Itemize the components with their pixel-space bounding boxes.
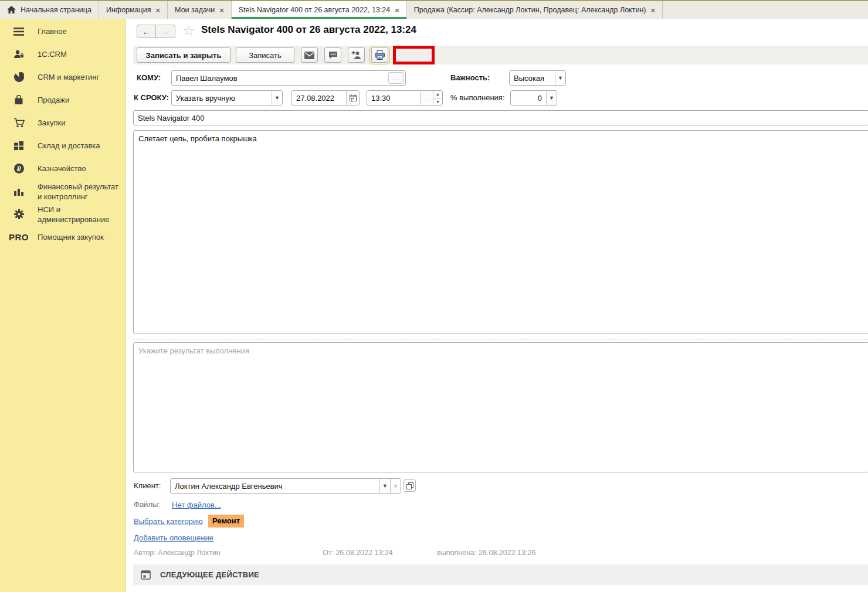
open-form-icon (406, 482, 413, 489)
sidebar-item-treasury[interactable]: ₽ Казначейство (0, 157, 126, 180)
from-value: 26.08.2022 13:24 (335, 549, 392, 557)
cart-icon (0, 118, 38, 128)
select-ellipsis-icon[interactable]: ... (420, 91, 433, 105)
main-sidebar: Главное 1С:CRM CRM и маркетинг Продажи З… (0, 19, 126, 592)
tab-home[interactable]: Начальная страница (0, 1, 99, 19)
result-textarea[interactable] (133, 342, 868, 472)
sidebar-item-label: Продажи (38, 95, 126, 105)
warehouse-grid-icon (0, 141, 38, 150)
importance-input[interactable] (510, 71, 555, 85)
client-input[interactable] (171, 479, 379, 493)
sidebar-item-label: CRM и маркетинг (38, 72, 126, 82)
bar-chart-icon (0, 187, 38, 196)
tab-label: Stels Navigator 400 от 26 августа 2022, … (239, 6, 390, 14)
due-time-input[interactable] (367, 91, 420, 105)
author-value: Александр Локтин (158, 549, 220, 557)
chevron-down-icon[interactable]: ▼ (555, 71, 565, 85)
to-label: КОМУ: (137, 70, 161, 86)
sidebar-item-nsi-administration[interactable]: НСИ и администрирование (0, 203, 126, 226)
sidebar-item-purchase-assistant[interactable]: PRO Помощник закупок (0, 226, 126, 249)
sidebar-item-label: Склад и доставка (38, 141, 126, 151)
chevron-down-icon[interactable]: ▼ (379, 479, 390, 493)
open-client-button[interactable] (404, 479, 416, 492)
tab-sale[interactable]: Продажа (Кассир: Александр Локтин, Прода… (407, 1, 663, 19)
client-field: ▼ × (170, 478, 401, 494)
percent-input[interactable] (511, 91, 546, 105)
close-icon[interactable]: × (651, 6, 656, 14)
completed-value: 26.08.2022 13:26 (479, 549, 535, 557)
select-ellipsis-icon[interactable]: ... (388, 72, 404, 84)
close-icon[interactable]: × (156, 6, 161, 14)
importance-label: Важность: (450, 70, 490, 86)
percent-label: % выполнения: (450, 90, 505, 106)
print-button[interactable] (371, 47, 388, 63)
print-icon (375, 50, 385, 60)
clear-icon[interactable]: × (390, 479, 401, 493)
add-participant-button[interactable] (348, 47, 365, 63)
splitter-handle[interactable] (133, 339, 868, 339)
client-label: Клиент: (134, 478, 161, 494)
due-mode-field: ▼ (171, 90, 283, 106)
sidebar-item-crm-marketing[interactable]: CRM и маркетинг (0, 66, 126, 89)
due-date-input[interactable] (292, 91, 346, 105)
sidebar-item-warehouse[interactable]: Склад и доставка (0, 134, 126, 157)
ruble-icon: ₽ (0, 164, 38, 173)
author-label: Автор: (134, 549, 156, 557)
sidebar-item-financial-result[interactable]: Финансовый результат и контроллинг (0, 180, 126, 203)
no-files-link[interactable]: Нет файлов... (172, 501, 221, 509)
tab-stels-navigator-task[interactable]: Stels Navigator 400 от 26 августа 2022, … (232, 1, 407, 19)
save-and-close-button[interactable]: Записать и закрыть (137, 47, 230, 63)
close-icon[interactable]: × (395, 6, 399, 14)
sidebar-item-label: Закупки (38, 118, 126, 128)
comment-button[interactable] (324, 47, 341, 63)
due-time-field: ... ▲ ▼ (367, 90, 443, 106)
chevron-down-icon[interactable]: ▼ (546, 91, 557, 105)
send-mail-button[interactable] (301, 47, 318, 63)
next-action-section[interactable]: СЛЕДУЮЩЕЕ ДЕЙСТВИЕ (133, 564, 868, 585)
save-button[interactable]: Записать (236, 47, 294, 63)
add-notification-link[interactable]: Добавить оповещение (134, 533, 213, 542)
to-field: ... (171, 70, 406, 86)
forward-arrow-icon: → (161, 27, 169, 36)
tab-my-tasks[interactable]: Мои задачи × (168, 1, 232, 19)
form-toolbar: Записать и закрыть Записать (133, 46, 868, 64)
choose-category-link[interactable]: Выбрать категорию (134, 517, 203, 526)
from-label: От: (323, 549, 334, 557)
back-button[interactable]: ← (137, 25, 156, 38)
due-label: К СРОКУ: (134, 90, 169, 106)
menu-icon (0, 28, 38, 36)
shopping-bag-icon (0, 95, 38, 105)
calendar-icon (141, 570, 151, 580)
red-highlight-annotation (393, 46, 435, 64)
sidebar-item-label: Казначейство (38, 164, 126, 173)
favorite-star-icon[interactable]: ☆ (183, 23, 195, 39)
calendar-icon[interactable] (346, 91, 359, 105)
sidebar-item-1c-crm[interactable]: 1С:CRM (0, 43, 126, 66)
spin-down-icon[interactable]: ▼ (433, 98, 442, 106)
description-textarea[interactable]: Слетает цепь, пробита покрышка (133, 130, 868, 334)
chat-icon (328, 51, 338, 59)
due-mode-input[interactable] (172, 91, 272, 105)
close-icon[interactable]: × (219, 6, 224, 14)
forward-button[interactable]: → (156, 25, 175, 38)
due-date-field (291, 90, 360, 106)
gear-icon (0, 209, 38, 219)
back-arrow-icon: ← (143, 27, 151, 36)
sidebar-item-label: Финансовый результат и контроллинг (38, 182, 126, 202)
to-input[interactable] (172, 71, 388, 85)
spin-up-icon[interactable]: ▲ (433, 91, 442, 98)
subject-field (133, 110, 868, 125)
sidebar-item-main[interactable]: Главное (0, 20, 126, 43)
subject-input[interactable] (134, 111, 868, 125)
task-form: ← → ☆ Stels Navigator 400 от 26 августа … (126, 19, 868, 592)
tab-label: Мои задачи (175, 6, 215, 14)
time-stepper: ▲ ▼ (433, 91, 442, 105)
sidebar-item-sales[interactable]: Продажи (0, 89, 126, 111)
sidebar-item-purchases[interactable]: Закупки (0, 111, 126, 134)
svg-text:₽: ₽ (17, 165, 21, 172)
category-badge[interactable]: Ремонт (208, 515, 244, 528)
page-title: Stels Navigator 400 от 26 августа 2022, … (201, 24, 416, 36)
sidebar-item-label: Главное (38, 26, 126, 36)
tab-information[interactable]: Информация × (99, 1, 168, 19)
chevron-down-icon[interactable]: ▼ (272, 91, 282, 105)
